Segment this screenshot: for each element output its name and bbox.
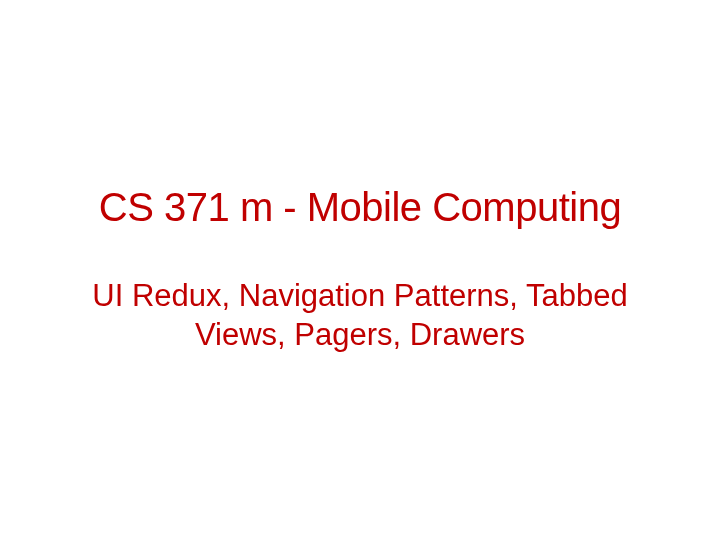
slide-container: CS 371 m - Mobile Computing UI Redux, Na… bbox=[0, 0, 720, 540]
slide-title: CS 371 m - Mobile Computing bbox=[99, 185, 621, 229]
slide-subtitle: UI Redux, Navigation Patterns, Tabbed Vi… bbox=[80, 277, 640, 355]
